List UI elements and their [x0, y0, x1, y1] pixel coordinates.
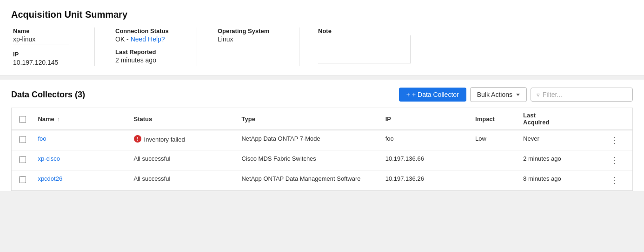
row-impact [471, 150, 518, 170]
row-type: NetApp ONTAP Data Management Software [237, 170, 380, 191]
row-action: ⋮ [603, 130, 633, 150]
note-label: Note [318, 27, 633, 34]
error-icon: ! [134, 135, 141, 144]
status-text: All successful [134, 155, 171, 162]
status-text: Inventory failed [144, 136, 185, 143]
table-row: foo!Inventory failedNetApp Data ONTAP 7-… [12, 130, 632, 150]
row-ip: 10.197.136.26 [381, 170, 471, 191]
table-row: xpcdot26All successfulNetApp ONTAP Data … [12, 170, 632, 191]
row-name: xpcdot26 [33, 170, 129, 191]
table-row: xp-ciscoAll successfulCisco MDS Fabric S… [12, 150, 632, 170]
note-textarea[interactable] [318, 35, 411, 63]
table-header-row: Name ↑ Status Type IP Impact LastAcquire… [12, 108, 632, 130]
row-more-options-button[interactable]: ⋮ [607, 135, 621, 146]
row-last-acquired: 8 minutes ago [518, 170, 602, 191]
row-last-acquired: Never [518, 130, 602, 150]
last-reported-label: Last Reported [115, 48, 178, 55]
summary-card: Acquisition Unit Summary Name xp-linux I… [0, 0, 644, 76]
row-name-link[interactable]: foo [38, 135, 46, 142]
ip-label: IP [13, 51, 76, 58]
col-header-name[interactable]: Name ↑ [33, 108, 129, 130]
status-text: All successful [134, 175, 171, 182]
col-header-action [603, 108, 633, 130]
row-checkbox[interactable] [19, 176, 26, 183]
select-all-header [12, 108, 33, 130]
bulk-actions-button[interactable]: Bulk Actions [470, 87, 527, 102]
svg-text:!: ! [137, 136, 139, 142]
ip-value: 10.197.120.145 [13, 59, 76, 66]
row-impact: Low [471, 130, 518, 150]
plus-icon: + [406, 91, 410, 98]
note-section: Note [318, 27, 633, 66]
data-collectors-table: Name ↑ Status Type IP Impact LastAcquire… [12, 108, 632, 191]
dc-table-body: foo!Inventory failedNetApp Data ONTAP 7-… [12, 130, 632, 191]
row-checkbox-cell [12, 150, 33, 170]
summary-fields: Name xp-linux IP 10.197.120.145 Connecti… [11, 27, 633, 66]
row-last-acquired: 2 minutes ago [518, 150, 602, 170]
add-data-collector-button[interactable]: + + Data Collector [399, 88, 466, 102]
row-checkbox[interactable] [19, 156, 26, 163]
os-label: Operating System [218, 27, 280, 34]
row-ip: foo [381, 130, 471, 150]
row-type: NetApp Data ONTAP 7-Mode [237, 130, 380, 150]
row-checkbox-cell [12, 170, 33, 191]
name-ip-section: Name xp-linux IP 10.197.120.145 [11, 27, 95, 66]
row-name-link[interactable]: xp-cisco [38, 155, 60, 162]
row-more-options-button[interactable]: ⋮ [607, 175, 621, 186]
os-value: Linux [218, 35, 280, 43]
data-collectors-section: Data Collectors (3) + + Data Collector B… [0, 80, 644, 191]
filter-input[interactable] [543, 91, 627, 98]
row-action: ⋮ [603, 170, 633, 191]
chevron-down-icon [516, 94, 520, 96]
filter-box: ▿ [531, 88, 633, 102]
connection-status-label: Connection Status [115, 27, 178, 34]
col-header-last-acquired: LastAcquired [518, 108, 602, 130]
dc-title: Data Collectors (3) [11, 90, 399, 100]
row-status: All successful [129, 150, 237, 170]
row-action: ⋮ [603, 150, 633, 170]
select-all-checkbox[interactable] [19, 116, 26, 123]
os-section: Operating System Linux [216, 27, 299, 66]
status-ok-text: OK - [115, 35, 131, 43]
col-header-ip[interactable]: IP [381, 108, 471, 130]
filter-icon: ▿ [537, 91, 540, 98]
page-wrapper: Acquisition Unit Summary Name xp-linux I… [0, 0, 644, 252]
col-header-status[interactable]: Status [129, 108, 237, 130]
name-value: xp-linux [13, 35, 69, 45]
row-name: foo [33, 130, 129, 150]
row-name-link[interactable]: xpcdot26 [38, 175, 62, 182]
connection-status-value: OK - Need Help? [115, 35, 178, 43]
need-help-link[interactable]: Need Help? [131, 35, 165, 43]
name-label: Name [13, 27, 76, 34]
table-scroll-area: Name ↑ Status Type IP Impact LastAcquire… [11, 108, 633, 191]
col-header-impact[interactable]: Impact [471, 108, 518, 130]
row-type: Cisco MDS Fabric Switches [237, 150, 380, 170]
last-reported-value: 2 minutes ago [115, 56, 178, 64]
col-header-type[interactable]: Type [237, 108, 380, 130]
row-name: xp-cisco [33, 150, 129, 170]
row-checkbox[interactable] [19, 136, 26, 143]
bulk-actions-label: Bulk Actions [477, 91, 512, 98]
row-more-options-button[interactable]: ⋮ [607, 155, 621, 166]
last-acquired-label: LastAcquired [523, 112, 549, 126]
add-dc-label: + Data Collector [412, 91, 459, 98]
summary-title: Acquisition Unit Summary [11, 9, 633, 20]
row-checkbox-cell [12, 130, 33, 150]
sort-arrow-icon: ↑ [57, 116, 60, 122]
row-impact [471, 170, 518, 191]
connection-section: Connection Status OK - Need Help? Last R… [113, 27, 197, 66]
row-status: All successful [129, 170, 237, 191]
dc-header: Data Collectors (3) + + Data Collector B… [11, 87, 633, 102]
row-ip: 10.197.136.66 [381, 150, 471, 170]
row-status: !Inventory failed [129, 130, 237, 150]
